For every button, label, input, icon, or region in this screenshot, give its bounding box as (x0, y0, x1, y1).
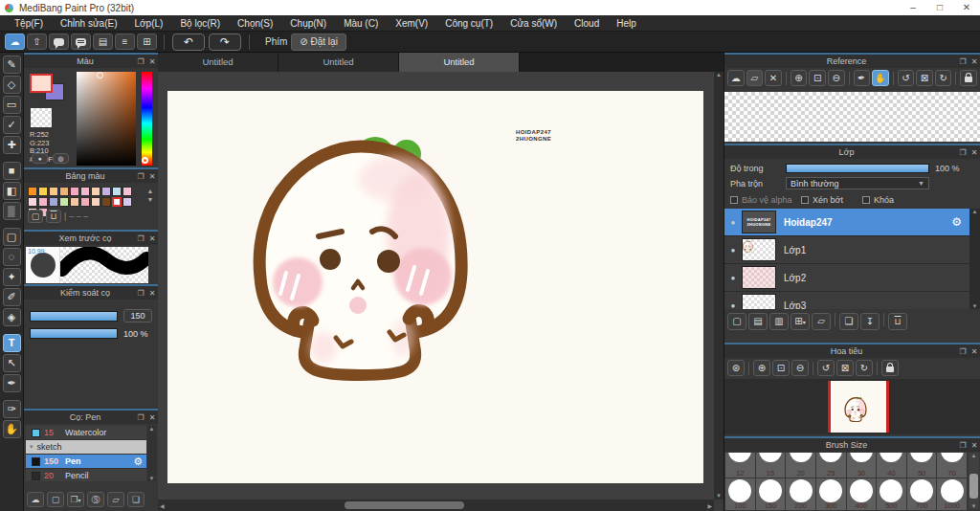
minimize-button[interactable]: – (900, 0, 926, 15)
brush-item-pen[interactable]: 150 Pen ⚙ (26, 455, 146, 469)
brush-size-15[interactable]: 15 (756, 453, 786, 478)
canvas-page[interactable]: HOIDAP2472HUONGNE (167, 91, 703, 483)
palette-swatch[interactable] (59, 187, 69, 196)
scroll-thumb[interactable] (969, 474, 978, 499)
palette-swatch[interactable] (70, 197, 79, 207)
add-layer-dropdown-icon[interactable]: ⊞▾ (791, 313, 810, 330)
grid-edit-icon[interactable]: ⊞ (137, 33, 157, 50)
palette-swatch-selected[interactable] (112, 197, 122, 207)
ref-hand-icon[interactable]: ✋ (872, 70, 889, 86)
palette-swatch[interactable] (49, 187, 58, 196)
brush-size-400[interactable]: 400 (847, 478, 877, 510)
move-tool[interactable]: ✚ (3, 136, 21, 154)
ref-open-folder-icon[interactable]: ▱ (746, 70, 764, 86)
menu-bo-loc[interactable]: Bộ lọc(R) (171, 15, 229, 32)
menu-chinh-sua[interactable]: Chỉnh sửa(E) (52, 15, 126, 32)
document-icon[interactable]: ▤ (93, 33, 113, 50)
palette-swatch[interactable] (101, 197, 111, 207)
close-panel-icon[interactable]: ✕ (969, 57, 980, 66)
new-8bit-layer-icon[interactable]: ▤ (748, 313, 768, 330)
canvas-viewport[interactable]: HOIDAP2472HUONGNE (158, 72, 714, 500)
scroll-down-icon[interactable]: ▼ (969, 503, 979, 509)
shape-tool[interactable]: ▭ (3, 96, 21, 114)
popout-icon[interactable]: ❐ (135, 172, 146, 181)
brush-size-300[interactable]: 300 (816, 478, 846, 510)
chat-icon[interactable] (71, 33, 91, 50)
ref-zoom-in-icon[interactable]: ⊕ (791, 70, 808, 86)
menu-chup[interactable]: Chụp(N) (281, 15, 335, 32)
brush-size-slider[interactable] (30, 311, 118, 322)
brush-list-scrollbar[interactable]: ▲ ▼ (147, 426, 156, 481)
visibility-icon[interactable]: ● (724, 274, 742, 282)
popout-icon[interactable]: ❐ (135, 289, 146, 298)
scroll-up-icon[interactable]: ▲ (714, 72, 724, 78)
color-mode-button-2[interactable]: ◍ (53, 153, 69, 164)
protect-alpha-checkbox[interactable] (730, 196, 738, 204)
menu-chon[interactable]: Chọn(S) (229, 15, 281, 32)
ref-cloud-icon[interactable]: ☁ (727, 70, 745, 86)
layer-row-hoidap247[interactable]: ● HOIDAP2472HUONGNE Hoidap247 ⚙ (724, 209, 969, 236)
hand-tool[interactable]: ✋ (3, 420, 21, 438)
brush-size-20[interactable]: 20 (786, 453, 815, 478)
ref-clear-icon[interactable]: ✕ (765, 70, 782, 86)
nav-fit-window-icon[interactable]: ⊠ (836, 360, 854, 376)
brush-size-200[interactable]: 200 (786, 478, 815, 510)
close-panel-icon[interactable]: ✕ (146, 172, 158, 181)
layer-opacity-slider[interactable] (786, 164, 929, 173)
tab-untitled-1[interactable]: Untitled (158, 53, 278, 72)
tab-untitled-3-active[interactable]: Untitled (399, 53, 520, 72)
ref-zoom-out-icon[interactable]: ⊖ (828, 70, 845, 86)
palette-swatch[interactable] (38, 197, 48, 207)
dot-tool[interactable]: ✓ (3, 116, 21, 134)
brush-size-150[interactable]: 150 (756, 478, 786, 510)
layer-row-lop2[interactable]: ● Lớp2 (724, 264, 969, 292)
popout-icon[interactable]: ❐ (957, 441, 969, 450)
eyedropper-tool[interactable]: ✒ (3, 374, 21, 392)
menu-cloud[interactable]: Cloud (566, 15, 608, 32)
close-panel-icon[interactable]: ✕ (146, 234, 158, 243)
scroll-down-icon[interactable]: ▼ (147, 476, 156, 481)
gradient-tool[interactable]: ▒ (3, 202, 21, 220)
close-panel-icon[interactable]: ✕ (146, 57, 158, 66)
popout-icon[interactable]: ❐ (135, 413, 146, 422)
nav-actual-size-icon[interactable]: ⊛ (727, 360, 745, 376)
tab-untitled-2[interactable]: Untitled (278, 53, 399, 72)
palette-swatch[interactable] (28, 197, 37, 207)
layer-row-lop1[interactable]: ● Lớp1 (724, 236, 969, 264)
brush-size-1000[interactable]: 1000 (937, 478, 967, 510)
new-palette-icon[interactable]: ▢ (28, 210, 43, 223)
ref-eyedropper-icon[interactable]: ✒ (854, 70, 871, 86)
canvas-vertical-scrollbar[interactable]: ▲ ▼ (714, 72, 724, 500)
transparent-color-swatch[interactable] (31, 108, 52, 127)
layer-folder-icon[interactable]: ▱ (812, 313, 831, 330)
palette-swatch[interactable] (59, 197, 69, 207)
palette-swatch[interactable] (80, 197, 90, 207)
scroll-up-icon[interactable]: ▲ (145, 187, 155, 195)
cloud-brush-icon[interactable]: ☁ (27, 492, 44, 507)
nav-fit-icon[interactable]: ⊡ (772, 360, 790, 376)
brush-size-12[interactable]: 12 (725, 453, 755, 478)
brush-settings-gear-icon[interactable]: ⚙ (133, 455, 143, 468)
scroll-left-icon[interactable]: ◀ (160, 502, 165, 509)
select-tool[interactable]: ▢ (3, 228, 21, 246)
brush-size-700[interactable]: 700 (907, 478, 937, 510)
pen-tool[interactable]: ✑ (3, 400, 21, 418)
palette-swatch[interactable] (70, 187, 79, 196)
scroll-down-icon[interactable]: ▼ (145, 195, 155, 204)
close-panel-icon[interactable]: ✕ (969, 148, 980, 157)
nav-zoom-in-icon[interactable]: ⊕ (753, 360, 770, 376)
comment-icon[interactable] (49, 33, 69, 50)
lock-checkbox[interactable] (862, 196, 870, 204)
new-1bit-layer-icon[interactable]: ▥ (769, 313, 789, 330)
scroll-up-icon[interactable]: ▲ (969, 453, 979, 458)
scroll-up-icon[interactable]: ▲ (969, 209, 980, 214)
palette-swatch[interactable] (112, 187, 122, 196)
text-tool[interactable]: T (3, 334, 21, 352)
brush-tool[interactable]: ✎ (3, 56, 21, 74)
brush-folder-icon[interactable]: ▱ (107, 492, 124, 507)
ref-rotate-left-icon[interactable]: ↺ (898, 70, 915, 86)
close-button[interactable]: ✕ (953, 0, 980, 15)
layer-list-scrollbar[interactable]: ▲ ▼ (969, 209, 980, 309)
brush-item-watercolor[interactable]: 15 Watercolor (26, 426, 146, 440)
script-brush-icon[interactable]: Ⓢ (87, 492, 104, 507)
